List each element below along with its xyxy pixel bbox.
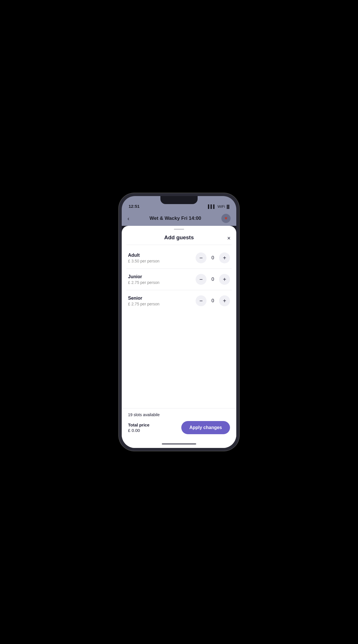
- adult-price: £ 3.50 per person: [128, 259, 160, 263]
- sheet-title: Add guests: [164, 234, 194, 241]
- close-button[interactable]: ×: [227, 235, 231, 242]
- heart-icon: ♥: [225, 216, 227, 221]
- slots-available-text: 19 slots availabile: [128, 412, 230, 417]
- guests-list: Adult £ 3.50 per person − 0 + Junior £ 2…: [122, 245, 236, 408]
- home-indicator: [122, 440, 236, 448]
- back-button[interactable]: ‹: [127, 215, 129, 222]
- add-guests-sheet: Add guests × Adult £ 3.50 per person − 0…: [122, 226, 236, 448]
- senior-price: £ 2.75 per person: [128, 302, 160, 306]
- adult-label: Adult: [128, 253, 160, 258]
- junior-label: Junior: [128, 274, 160, 279]
- total-section: Total price £ 0.00: [128, 422, 150, 433]
- senior-label: Senior: [128, 296, 160, 301]
- adult-info: Adult £ 3.50 per person: [128, 253, 160, 263]
- junior-row: Junior £ 2.75 per person − 0 +: [122, 269, 236, 290]
- phone-frame: 12:51 ▌▌▌ WiFi ▓ ‹ Wet & Wacky Fri 14:00…: [119, 193, 239, 451]
- footer-bottom: Total price £ 0.00 Apply changes: [128, 421, 230, 434]
- status-time: 12:51: [129, 204, 139, 209]
- notch: [160, 196, 198, 204]
- status-bar: 12:51 ▌▌▌ WiFi ▓: [122, 196, 236, 211]
- apply-changes-button[interactable]: Apply changes: [181, 421, 230, 434]
- senior-decrement-button[interactable]: −: [196, 295, 206, 306]
- favorite-button[interactable]: ♥: [221, 214, 231, 223]
- sheet-footer: 19 slots availabile Total price £ 0.00 A…: [122, 408, 236, 440]
- phone-screen: 12:51 ▌▌▌ WiFi ▓ ‹ Wet & Wacky Fri 14:00…: [122, 196, 236, 448]
- adult-decrement-button[interactable]: −: [196, 252, 206, 263]
- nav-bar: ‹ Wet & Wacky Fri 14:00 ♥: [122, 211, 236, 226]
- total-price-label: Total price: [128, 422, 150, 427]
- signal-icon: ▌▌▌: [208, 204, 216, 209]
- battery-icon: ▓: [227, 204, 229, 209]
- senior-stepper: − 0 +: [196, 295, 230, 306]
- sheet-drag-handle: [174, 229, 184, 230]
- adult-count: 0: [211, 255, 215, 261]
- senior-info: Senior £ 2.75 per person: [128, 296, 160, 306]
- senior-increment-button[interactable]: +: [219, 295, 230, 306]
- status-icons: ▌▌▌ WiFi ▓: [208, 204, 229, 209]
- senior-row: Senior £ 2.75 per person − 0 +: [122, 290, 236, 311]
- adult-increment-button[interactable]: +: [219, 252, 230, 263]
- total-price-amount: £ 0.00: [128, 428, 150, 433]
- senior-count: 0: [211, 298, 215, 304]
- home-bar: [162, 443, 196, 445]
- junior-info: Junior £ 2.75 per person: [128, 274, 160, 285]
- junior-decrement-button[interactable]: −: [196, 274, 206, 285]
- nav-title: Wet & Wacky Fri 14:00: [150, 216, 201, 221]
- junior-stepper: − 0 +: [196, 274, 230, 285]
- junior-price: £ 2.75 per person: [128, 280, 160, 285]
- adult-row: Adult £ 3.50 per person − 0 +: [122, 247, 236, 268]
- adult-stepper: − 0 +: [196, 252, 230, 263]
- junior-count: 0: [211, 276, 215, 282]
- wifi-icon: WiFi: [218, 204, 225, 209]
- sheet-header: Add guests ×: [122, 232, 236, 245]
- junior-increment-button[interactable]: +: [219, 274, 230, 285]
